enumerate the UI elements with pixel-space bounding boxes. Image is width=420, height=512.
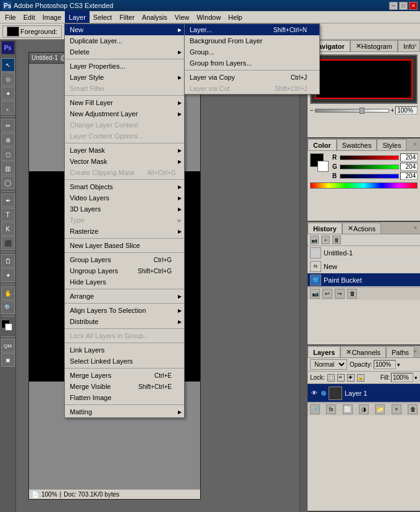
tool-stamp[interactable]: ⊕ [1, 133, 15, 147]
tab-actions[interactable]: ✕ Actions [342, 223, 381, 234]
tool-brush[interactable]: ✏ [1, 119, 15, 132]
slider-r[interactable] [340, 155, 399, 160]
tool-screen-mode[interactable]: ▣ [1, 353, 15, 367]
tab-channels[interactable]: ✕ Channels [340, 346, 385, 357]
layer-menu-hide[interactable]: Hide Layers [65, 276, 184, 288]
layer-eye-1[interactable]: 👁 [310, 389, 319, 398]
menu-select[interactable]: Select [90, 11, 116, 23]
layer-menu-distribute[interactable]: Distribute [65, 316, 184, 327]
history-item-paint[interactable]: 🪣 Paint Bucket [308, 273, 420, 287]
close-button[interactable]: ✕ [409, 2, 418, 10]
layer-menu-group[interactable]: Group Layers Ctrl+G [65, 254, 184, 265]
layer-menu-flatten[interactable]: Flatten Image [65, 392, 184, 403]
slider-b[interactable] [340, 174, 399, 179]
tool-quickmask[interactable]: QM [1, 339, 15, 352]
menu-layer[interactable]: Layer [65, 11, 90, 23]
tool-move[interactable]: ↖ [1, 58, 15, 72]
history-item-snapshot[interactable]: Untitled-1 [308, 246, 420, 260]
navigator-preview[interactable] [310, 54, 418, 104]
tool-notes[interactable]: 🗒 [1, 254, 15, 268]
layers-close[interactable]: ✕ [411, 347, 419, 356]
menu-analysis[interactable]: Analysis [138, 11, 171, 23]
layer-menu-align[interactable]: Align Layers To Selection [65, 305, 184, 316]
color-fg-bg[interactable] [310, 153, 330, 173]
history-footer-btn3[interactable]: ↪ [335, 289, 345, 299]
color-swatches[interactable] [1, 320, 15, 333]
layer-menu-mask[interactable]: Layer Mask [65, 145, 184, 156]
layer-menu-link[interactable]: Link Layers [65, 344, 184, 356]
tool-eyedropper[interactable]: ✦ [1, 268, 15, 282]
menu-image[interactable]: Image [39, 11, 65, 23]
tool-zoom[interactable]: 🔍 [1, 301, 15, 314]
history-footer-btn4[interactable]: 🗑 [347, 289, 357, 299]
lock-transparency[interactable]: ⬚ [327, 374, 335, 382]
channel-r-input[interactable]: 204 [400, 153, 418, 161]
layer-menu-style[interactable]: Layer Style [65, 72, 184, 83]
layer-menu-slice[interactable]: New Layer Based Slice [65, 240, 184, 251]
layer-menu-3d[interactable]: 3D Layers [65, 203, 184, 215]
fill-input[interactable] [391, 373, 413, 382]
menu-edit[interactable]: Edit [20, 11, 39, 23]
new-submenu-group-from-layers[interactable]: Group from Layers... [185, 58, 319, 69]
layer-menu-ungroup[interactable]: Ungroup Layers Shift+Ctrl+G [65, 265, 184, 276]
lock-paint[interactable]: ✏ [337, 374, 345, 382]
tab-histogram[interactable]: ✕ Histogram [350, 40, 398, 51]
tab-history[interactable]: History [308, 223, 342, 234]
bg-swatch[interactable] [317, 161, 329, 172]
layer-delete-btn[interactable]: 🗑 [408, 404, 418, 414]
tool-text[interactable]: T [1, 208, 15, 221]
layer-menu-rasterize[interactable]: Rasterize [65, 226, 184, 237]
menu-window[interactable]: Window [193, 11, 224, 23]
tool-hand[interactable]: ✋ [1, 286, 15, 300]
color-close[interactable]: ✕ [411, 140, 419, 148]
color-spectrum[interactable] [310, 182, 418, 189]
layer-mask-btn[interactable]: ⬜ [343, 404, 353, 414]
history-close[interactable]: ✕ [411, 223, 419, 232]
layer-menu-video[interactable]: Video Layers [65, 192, 184, 203]
layer-menu-delete[interactable]: Delete [65, 46, 184, 58]
nav-zoom-slider[interactable] [315, 109, 390, 113]
tool-gradient[interactable]: ▥ [1, 161, 15, 175]
layer-menu-duplicate[interactable]: Duplicate Layer... [65, 35, 184, 46]
zoom-input[interactable] [395, 106, 418, 114]
navigator-close[interactable]: ✕ [411, 41, 419, 49]
layer-fx-btn[interactable]: fx [326, 404, 336, 414]
tab-swatches[interactable]: Swatches [337, 139, 377, 150]
layer-menu-matting[interactable]: Matting [65, 406, 184, 417]
opacity-arrow[interactable]: ▾ [397, 362, 400, 368]
layer-menu-smart-obj[interactable]: Smart Objects [65, 181, 184, 192]
tab-layers[interactable]: Layers [308, 346, 340, 357]
new-submenu-via-copy[interactable]: Layer via Copy Ctrl+J [185, 72, 319, 83]
layer-link-btn[interactable]: 🔗 [310, 404, 320, 414]
tab-paths[interactable]: Paths [386, 346, 414, 357]
channel-b-input[interactable]: 204 [400, 172, 418, 180]
new-submenu-layer[interactable]: Layer... Shift+Ctrl+N [185, 24, 319, 35]
tool-path[interactable]: K [1, 222, 15, 236]
layer-menu-properties[interactable]: Layer Properties... [65, 61, 184, 72]
tool-pen[interactable]: ✒ [1, 194, 15, 207]
layer-new-btn[interactable]: + [392, 404, 401, 414]
maximize-button[interactable]: □ [399, 2, 408, 10]
history-snap-btn[interactable]: 📷 [310, 236, 319, 244]
foreground-picker[interactable]: Foreground: [2, 25, 62, 38]
new-submenu[interactable]: Layer... Shift+Ctrl+N Background From La… [184, 23, 320, 95]
layer-menu-select-linked[interactable]: Select Linked Layers [65, 356, 184, 367]
tool-magic-wand[interactable]: ✦ [1, 87, 15, 100]
layer-menu-new-adj[interactable]: New Adjustment Layer [65, 108, 184, 119]
tool-eraser[interactable]: ◻ [1, 147, 15, 161]
layer-menu-arrange[interactable]: Arrange [65, 291, 184, 302]
slider-g[interactable] [340, 164, 399, 169]
history-new-btn[interactable]: + [321, 236, 330, 244]
layer-menu-new-fill[interactable]: New Fill Layer [65, 97, 184, 108]
menu-help[interactable]: Help [225, 11, 246, 23]
channel-g-input[interactable]: 204 [400, 163, 418, 171]
history-footer-btn2[interactable]: ↩ [322, 289, 332, 299]
layer-dropdown-menu[interactable]: New Duplicate Layer... Delete Layer Prop… [64, 23, 185, 418]
history-item-new[interactable]: N New [308, 260, 420, 273]
layer-menu-new[interactable]: New [65, 24, 184, 35]
menu-file[interactable]: File [1, 11, 20, 23]
new-submenu-bg-from-layer[interactable]: Background From Layer [185, 35, 319, 46]
lock-move[interactable]: ✚ [347, 374, 355, 382]
minimize-button[interactable]: ─ [389, 2, 398, 10]
history-footer-btn1[interactable]: 📷 [310, 289, 320, 299]
